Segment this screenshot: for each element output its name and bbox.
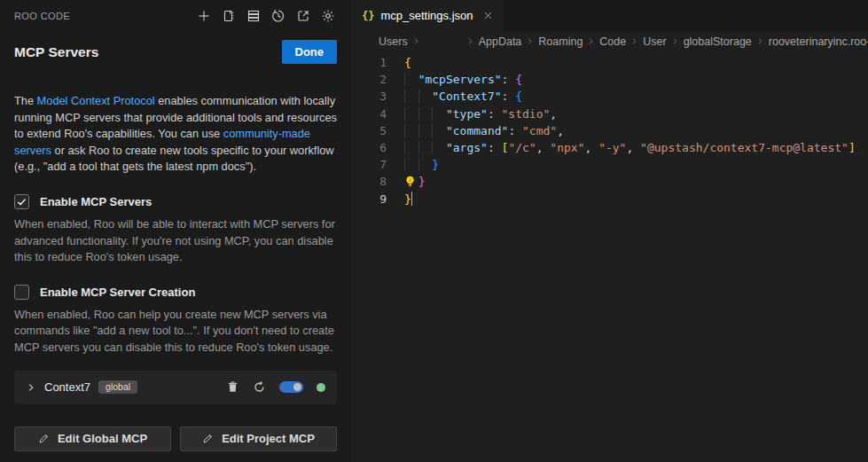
enable-mcp-server-creation-checkbox[interactable] [14, 285, 29, 300]
code-line-9[interactable]: 9} [351, 191, 868, 208]
breadcrumb-item-globalstorage[interactable]: globalStorage [684, 35, 752, 48]
restart-server-icon[interactable] [253, 380, 266, 394]
indent-guide [418, 107, 433, 121]
edit-global-mcp-button[interactable]: Edit Global MCP [14, 427, 171, 451]
intro-text-segment: The [14, 94, 37, 107]
tab-filename: mcp_settings.json [380, 9, 473, 22]
code-token: : [502, 73, 516, 86]
code-token: , [557, 124, 564, 137]
code-token: } [418, 175, 426, 188]
code-line-7[interactable]: 7} [351, 156, 868, 173]
expand-server-icon[interactable] [26, 382, 36, 393]
code-token: : [508, 124, 522, 137]
enable-mcp-servers-checkbox[interactable] [14, 194, 29, 209]
code-line-2[interactable]: 2"mcpServers": { [351, 71, 868, 88]
intro-text-segment: or ask Roo to create new tools specific … [14, 144, 334, 174]
breadcrumb-item-code[interactable]: Code [599, 35, 626, 48]
code-line-5[interactable]: 5"command": "cmd", [351, 122, 868, 139]
close-tab-icon[interactable] [483, 11, 493, 20]
edit-global-mcp-label: Edit Global MCP [58, 432, 147, 445]
code-token: [ [502, 141, 509, 154]
history-icon[interactable] [269, 7, 287, 26]
indent-guide [432, 124, 446, 137]
indent-guide [404, 124, 418, 137]
setting-enable-mcp-server-creation: Enable MCP Server Creation When enabled,… [14, 285, 337, 356]
enable-mcp-servers-description: When enabled, Roo will be able to intera… [14, 216, 337, 266]
breadcrumb-item-users[interactable]: Users [379, 35, 408, 48]
line-number: 8 [351, 175, 387, 188]
breadcrumb-item-roaming[interactable]: Roaming [538, 35, 583, 48]
breadcrumb-item-rooveterinaryinc-roo-cli[interactable]: rooveterinaryinc.roo-cli [769, 35, 868, 48]
edit-project-mcp-button[interactable]: Edit Project MCP [180, 427, 337, 451]
chevron-right-icon [756, 36, 764, 46]
enable-mcp-server-creation-label: Enable MCP Server Creation [40, 286, 195, 299]
indent-guide [418, 158, 433, 171]
chevron-right-icon [412, 36, 420, 46]
chevron-right-icon [671, 36, 679, 46]
mcp-servers-icon[interactable] [244, 7, 262, 26]
indent-guide [418, 141, 433, 154]
code-token: : [502, 90, 516, 103]
checkbox-row: Enable MCP Server Creation [14, 285, 337, 300]
chevron-right-icon [466, 36, 474, 46]
code-token: , [626, 141, 640, 154]
code-token: "cmd" [522, 124, 557, 137]
code-token: : [488, 107, 502, 121]
enable-mcp-server-creation-description: When enabled, Roo can help you create ne… [14, 307, 337, 356]
prompts-icon[interactable] [219, 7, 238, 26]
indent-guide [432, 107, 446, 121]
code-editor[interactable]: 1{2"mcpServers": {3"Context7": {4"type":… [351, 51, 868, 462]
extension-name: ROO CODE [14, 11, 70, 21]
enable-mcp-servers-label: Enable MCP Servers [40, 195, 152, 208]
intro-text: The Model Context Protocol enables commu… [14, 93, 337, 176]
text-cursor [411, 192, 413, 206]
indent-guide [404, 90, 418, 103]
link-model-context-protocol[interactable]: Model Context Protocol [37, 94, 155, 107]
code-token: { [515, 90, 522, 103]
panel-title-row: MCP Servers Done [14, 40, 337, 64]
done-button[interactable]: Done [282, 40, 338, 64]
json-file-icon: {} [362, 10, 374, 22]
code-line-8[interactable]: 8} [351, 173, 868, 190]
code-token: , [536, 141, 551, 154]
breadcrumb-item-appdata[interactable]: AppData [479, 35, 522, 48]
toggle-knob [293, 383, 301, 391]
code-line-6[interactable]: 6"args": ["/c", "npx", "-y", "@upstash/c… [351, 139, 868, 156]
code-line-3[interactable]: 3"Context7": { [351, 88, 868, 105]
code-token: , [584, 141, 598, 154]
editor-tab-bar: {} mcp_settings.json [351, 0, 868, 31]
indent-guide [404, 158, 418, 171]
code-line-1[interactable]: 1{ [351, 54, 868, 71]
code-token: "stdio" [502, 107, 551, 121]
mcp-server-row-context7[interactable]: Context7 global [14, 371, 337, 404]
line-number: 7 [351, 158, 387, 171]
vscode-window: ROO CODE [0, 0, 868, 462]
editor-group: {} mcp_settings.json UsersAppDataRoaming… [351, 0, 868, 462]
line-number: 5 [351, 124, 387, 137]
code-token: "Context7" [432, 90, 501, 103]
server-status-dot [317, 383, 325, 392]
server-enabled-toggle[interactable] [279, 381, 303, 393]
code-token: "type" [446, 107, 488, 121]
edit-mcp-buttons: Edit Global MCP Edit Project MCP [14, 427, 337, 451]
code-token: "command" [446, 124, 508, 137]
delete-server-icon[interactable] [226, 380, 239, 394]
breadcrumb-item-user[interactable]: User [643, 35, 666, 48]
line-number: 2 [351, 73, 387, 86]
setting-enable-mcp-servers: Enable MCP Servers When enabled, Roo wil… [14, 194, 337, 266]
lightbulb-icon[interactable] [404, 175, 418, 188]
tab-mcp-settings-json[interactable]: {} mcp_settings.json [351, 0, 504, 31]
line-number: 6 [351, 141, 387, 154]
server-actions [226, 380, 325, 394]
code-token: ] [848, 141, 856, 154]
edit-project-mcp-label: Edit Project MCP [222, 432, 315, 445]
settings-gear-icon[interactable] [318, 7, 337, 26]
code-line-4[interactable]: 4"type": "stdio", [351, 106, 868, 122]
checkbox-row: Enable MCP Servers [14, 194, 337, 209]
indent-guide [404, 107, 418, 121]
indent-guide [404, 73, 418, 86]
code-token: "mcpServers" [418, 73, 502, 86]
open-in-editor-icon[interactable] [293, 7, 312, 26]
new-task-icon[interactable] [194, 7, 213, 26]
indent-guide [418, 90, 433, 103]
